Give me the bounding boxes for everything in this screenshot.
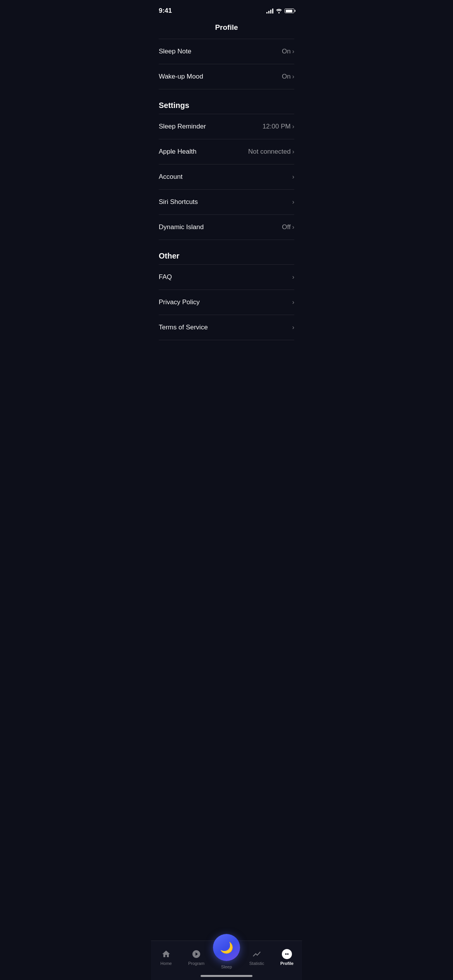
page-title: Profile <box>151 19 302 39</box>
wakeup-mood-item[interactable]: Wake-up Mood On › <box>151 64 302 89</box>
status-icons <box>266 8 294 14</box>
dynamic-island-label: Dynamic Island <box>159 223 204 231</box>
dynamic-island-item[interactable]: Dynamic Island Off › <box>151 215 302 240</box>
other-section: Other FAQ › Privacy Policy › Terms of Se… <box>151 240 302 340</box>
chevron-icon: › <box>292 299 294 306</box>
account-label: Account <box>159 173 182 181</box>
wakeup-mood-value: On › <box>282 73 294 81</box>
privacy-policy-value: › <box>292 299 294 306</box>
faq-value: › <box>292 274 294 281</box>
account-value: › <box>292 173 294 180</box>
siri-shortcuts-value: › <box>292 199 294 206</box>
battery-icon <box>285 9 294 13</box>
faq-label: FAQ <box>159 273 172 281</box>
other-section-header: Other <box>151 240 302 264</box>
sleep-note-label: Sleep Note <box>159 48 191 55</box>
apple-health-value: Not connected › <box>248 148 294 156</box>
dynamic-island-value: Off › <box>282 223 294 231</box>
chevron-icon: › <box>292 224 294 231</box>
siri-shortcuts-label: Siri Shortcuts <box>159 198 198 206</box>
settings-section-header: Settings <box>151 89 302 114</box>
account-item[interactable]: Account › <box>151 164 302 189</box>
privacy-policy-item[interactable]: Privacy Policy › <box>151 290 302 315</box>
status-bar: 9:41 <box>151 0 302 19</box>
chevron-icon: › <box>292 123 294 130</box>
chevron-icon: › <box>292 73 294 80</box>
content-area: Sleep Note On › Wake-up Mood On › Settin… <box>151 39 302 379</box>
sleep-reminder-label: Sleep Reminder <box>159 123 206 130</box>
apple-health-label: Apple Health <box>159 148 196 156</box>
chevron-icon: › <box>292 274 294 281</box>
terms-of-service-value: › <box>292 324 294 331</box>
faq-item[interactable]: FAQ › <box>151 265 302 290</box>
terms-of-service-label: Terms of Service <box>159 324 208 331</box>
signal-bars-icon <box>266 8 273 14</box>
divider <box>159 340 294 340</box>
apple-health-item[interactable]: Apple Health Not connected › <box>151 139 302 164</box>
wakeup-mood-label: Wake-up Mood <box>159 73 203 81</box>
terms-of-service-item[interactable]: Terms of Service › <box>151 315 302 340</box>
group-top: Sleep Note On › Wake-up Mood On › <box>151 39 302 89</box>
chevron-icon: › <box>292 324 294 331</box>
sleep-note-value: On › <box>282 48 294 55</box>
chevron-icon: › <box>292 48 294 55</box>
chevron-icon: › <box>292 148 294 155</box>
svg-point-0 <box>278 12 280 14</box>
chevron-icon: › <box>292 173 294 180</box>
sleep-reminder-value: 12:00 PM › <box>263 123 294 130</box>
wifi-icon <box>276 9 282 14</box>
status-time: 9:41 <box>159 7 172 15</box>
settings-section: Settings Sleep Reminder 12:00 PM › Apple… <box>151 89 302 240</box>
sleep-note-item[interactable]: Sleep Note On › <box>151 39 302 64</box>
privacy-policy-label: Privacy Policy <box>159 298 200 306</box>
chevron-icon: › <box>292 199 294 206</box>
siri-shortcuts-item[interactable]: Siri Shortcuts › <box>151 190 302 214</box>
sleep-reminder-item[interactable]: Sleep Reminder 12:00 PM › <box>151 114 302 139</box>
